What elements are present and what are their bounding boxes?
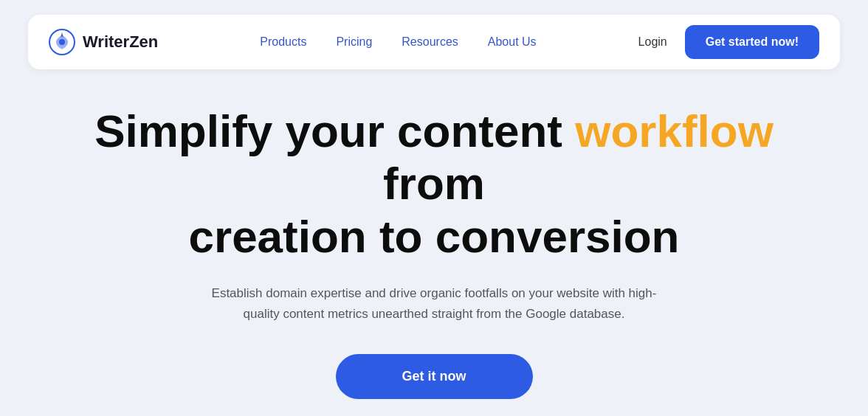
get-started-button[interactable]: Get started now! xyxy=(685,25,819,59)
logo-text: WriterZen xyxy=(83,32,158,52)
hero-title-highlight: workflow xyxy=(575,105,774,156)
hero-subtitle: Establish domain expertise and drive org… xyxy=(198,283,670,325)
hero-title: Simplify your content workflow from crea… xyxy=(80,105,788,263)
hero-title-line2: creation to conversion xyxy=(189,211,680,262)
get-it-now-button[interactable]: Get it now xyxy=(336,354,533,399)
logo-area: WriterZen xyxy=(49,29,158,55)
login-link[interactable]: Login xyxy=(638,35,667,49)
nav-right: Login Get started now! xyxy=(638,25,819,59)
svg-point-2 xyxy=(59,39,65,45)
hero-title-part1: Simplify your content xyxy=(94,105,575,156)
nav-link-pricing[interactable]: Pricing xyxy=(336,35,372,49)
nav-link-resources[interactable]: Resources xyxy=(402,35,458,49)
nav-links: Products Pricing Resources About Us xyxy=(260,35,536,49)
logo-icon xyxy=(49,29,75,55)
navbar: WriterZen Products Pricing Resources Abo… xyxy=(28,15,840,69)
hero-title-part2: from xyxy=(383,158,485,209)
nav-link-about[interactable]: About Us xyxy=(488,35,537,49)
hero-section: Simplify your content workflow from crea… xyxy=(35,105,833,399)
nav-link-products[interactable]: Products xyxy=(260,35,306,49)
